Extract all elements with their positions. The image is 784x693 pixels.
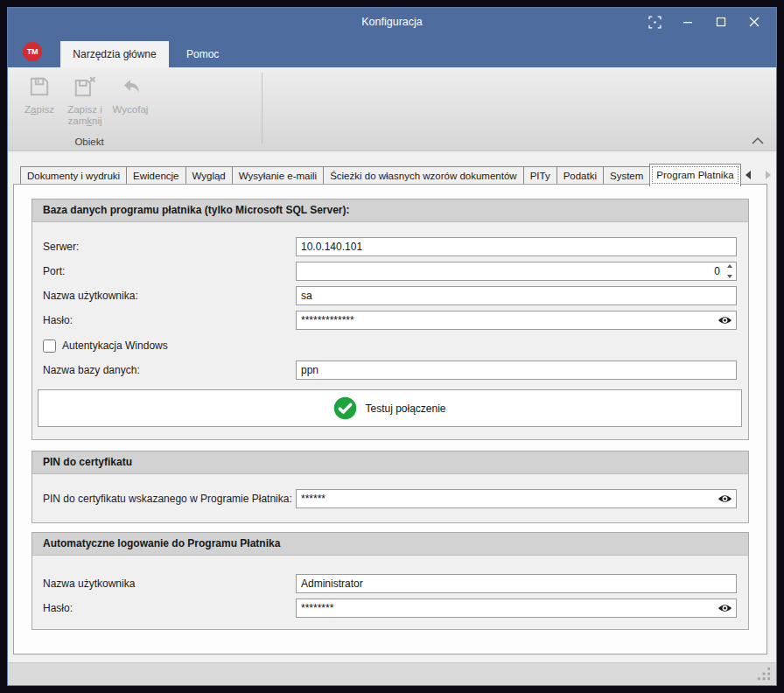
- test-connection-button[interactable]: Testuj połączenie: [38, 389, 742, 427]
- autologin-password-label: Hasło:: [43, 602, 296, 614]
- save-floppy-icon: [28, 75, 51, 98]
- dbname-input[interactable]: [296, 360, 737, 380]
- db-username-label: Nazwa użytkownika:: [43, 290, 296, 302]
- test-connection-label: Testuj połączenie: [365, 402, 445, 415]
- pin-label: PIN do certyfikatu wskazanego w Programi…: [43, 493, 296, 505]
- db-password-label: Hasło:: [43, 314, 296, 326]
- autologin-section: Automatyczne logowanie do Programu Płatn…: [32, 532, 749, 630]
- autologin-password-input[interactable]: [296, 598, 737, 618]
- windows-auth-row: Autentykacja Windows: [43, 338, 737, 354]
- db-username-input[interactable]: [296, 286, 737, 305]
- server-input[interactable]: [296, 237, 737, 256]
- db-password-eye-reveal-icon[interactable]: [718, 315, 732, 326]
- tab-wysylanie-e-maili[interactable]: Wysyłanie e-maili: [232, 166, 324, 185]
- server-label: Serwer:: [43, 241, 296, 253]
- windows-auth-label: Autentykacja Windows: [62, 340, 168, 352]
- ribbon-group-separator: [262, 73, 262, 144]
- collapse-ribbon-chevron-icon: [751, 136, 765, 146]
- tab-pity[interactable]: PITy: [523, 166, 557, 185]
- green-check-circle-icon: [333, 396, 357, 420]
- save-and-close-button[interactable]: Zapisz i zamknij: [62, 74, 108, 126]
- close-icon: [748, 16, 760, 28]
- undo-button[interactable]: Wycofaj: [108, 74, 153, 126]
- maximize-button[interactable]: [704, 8, 738, 36]
- minimize-button[interactable]: [671, 8, 704, 36]
- autologin-password-row: Hasło:: [43, 598, 737, 618]
- db-username-row: Nazwa użytkownika:: [43, 286, 737, 305]
- tab-sciezki-do-wlasnych-wzorow[interactable]: Ścieżki do własnych wzorów dokumentów: [323, 166, 523, 185]
- ribbon-tab-home[interactable]: Narzędzia główne: [60, 41, 169, 67]
- dbname-label: Nazwa bazy danych:: [43, 364, 296, 376]
- ribbon-tab-row: TM Narzędzia główne Pomoc: [8, 36, 776, 67]
- tab-scroll-right-icon[interactable]: [766, 171, 771, 179]
- tab-program-platnika[interactable]: Program Płatnika: [649, 164, 740, 186]
- save-and-close-label: Zapisz i zamknij: [67, 104, 102, 126]
- settings-tabstrip: Dokumenty i wydruki Ewidencje Wygląd Wys…: [20, 164, 741, 185]
- port-input[interactable]: [296, 262, 737, 281]
- titlebar[interactable]: Konfiguracja: [8, 8, 776, 36]
- port-row: Port:: [43, 262, 737, 281]
- ribbon-group-object: Zapisz Zapisz i zamknij: [11, 67, 167, 150]
- tab-content-panel: Baza danych programu płatnika (tylko Mic…: [13, 184, 767, 654]
- tab-wyglad[interactable]: Wygląd: [186, 166, 233, 185]
- ribbon-tab-help[interactable]: Pomoc: [169, 41, 236, 67]
- autologin-section-title: Automatyczne logowanie do Programu Płatn…: [32, 533, 748, 556]
- save-button-label: Zapisz: [24, 104, 54, 116]
- undo-arrow-icon: [119, 75, 142, 98]
- collapse-ribbon-button[interactable]: [751, 134, 765, 144]
- tab-scroll-left-icon[interactable]: [746, 171, 751, 179]
- tab-dokumenty-i-wydruki[interactable]: Dokumenty i wydruki: [20, 166, 127, 185]
- database-section-title: Baza danych programu płatnika (tylko Mic…: [32, 200, 748, 222]
- autologin-username-row: Nazwa użytkownika: [43, 574, 737, 593]
- app-logo[interactable]: TM: [23, 42, 42, 61]
- pin-section: PIN do certyfikatu PIN do certyfikatu ws…: [32, 451, 749, 523]
- database-section: Baza danych programu płatnika (tylko Mic…: [32, 199, 749, 440]
- ribbon: Zapisz Zapisz i zamknij: [8, 67, 776, 151]
- server-row: Serwer:: [43, 237, 737, 256]
- resize-grip-icon[interactable]: [757, 667, 772, 682]
- port-label: Port:: [43, 265, 296, 277]
- windows-auth-checkbox[interactable]: [43, 340, 56, 353]
- maximize-icon: [716, 17, 726, 27]
- db-password-row: Hasło:: [43, 311, 737, 330]
- focus-box-icon: [648, 16, 662, 29]
- pin-input[interactable]: [296, 489, 737, 508]
- autologin-username-label: Nazwa użytkownika: [43, 578, 296, 590]
- pin-eye-reveal-icon[interactable]: [718, 494, 732, 504]
- spinner-down-icon[interactable]: [727, 275, 732, 278]
- undo-button-label: Wycofaj: [113, 104, 149, 116]
- spinner-up-icon[interactable]: [727, 264, 732, 268]
- tab-ewidencje[interactable]: Ewidencje: [126, 166, 186, 185]
- status-bar: [8, 662, 776, 685]
- save-button[interactable]: Zapisz: [17, 74, 62, 126]
- tab-system[interactable]: System: [603, 166, 650, 185]
- dbname-row: Nazwa bazy danych:: [43, 360, 737, 380]
- tab-podatki[interactable]: Podatki: [556, 166, 604, 185]
- minimize-icon: [682, 17, 693, 27]
- pin-row: PIN do certyfikatu wskazanego w Programi…: [43, 489, 737, 508]
- ribbon-group-caption: Obiekt: [11, 136, 167, 147]
- pin-section-title: PIN do certyfikatu: [32, 452, 748, 474]
- configuration-window: Konfiguracja TM Narzędzia główne Pomoc: [7, 7, 777, 686]
- window-controls: [638, 8, 771, 36]
- focus-box-button[interactable]: [638, 8, 671, 36]
- autologin-password-eye-reveal-icon[interactable]: [718, 603, 732, 613]
- port-spinner[interactable]: [724, 264, 734, 278]
- close-button[interactable]: [738, 8, 771, 36]
- autologin-username-input[interactable]: [296, 574, 737, 593]
- save-close-floppy-x-icon: [74, 75, 96, 98]
- db-password-input[interactable]: [296, 311, 737, 330]
